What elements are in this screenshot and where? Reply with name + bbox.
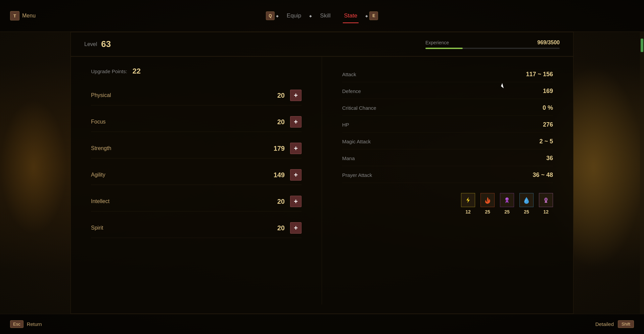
bottom-right: Detailed Shift — [595, 320, 634, 328]
return-label: Return — [27, 321, 42, 327]
side-scrollbar[interactable] — [640, 32, 644, 314]
stat-row-spirit: Spirit 20 + — [91, 218, 302, 238]
detailed-label: Detailed — [595, 321, 614, 327]
fire-icon — [480, 193, 495, 207]
bottom-left: Esc Return — [10, 320, 42, 328]
combat-stat-hp: HP 276 — [342, 117, 553, 133]
mana-value: 36 — [546, 155, 553, 162]
lightning-icon — [461, 193, 475, 207]
stats-right: Attack 117 ~ 156 Defence 169 Critical Ch… — [322, 57, 573, 304]
svg-point-7 — [545, 199, 546, 200]
panel-header: Level 63 Experience 969/3500 — [71, 32, 573, 56]
hp-value: 276 — [543, 121, 553, 128]
plus-btn-physical[interactable]: + — [290, 90, 302, 101]
upgrade-points: Upgrade Points: 22 — [91, 67, 302, 76]
element-fire: 25 — [480, 193, 495, 214]
stat-row-physical: Physical 20 + — [91, 86, 302, 105]
tab-state[interactable]: State — [337, 10, 364, 22]
combat-stat-defence: Defence 169 — [342, 84, 553, 99]
stat-value-focus: 20 — [265, 118, 285, 126]
svg-rect-5 — [545, 201, 547, 202]
plus-btn-focus[interactable]: + — [290, 116, 302, 128]
svg-rect-6 — [545, 202, 547, 203]
water-value: 25 — [524, 209, 529, 214]
combat-stat-prayer: Prayer Attack 36 ~ 48 — [342, 168, 553, 183]
bottom-bar: Esc Return Detailed Shift — [0, 314, 644, 334]
prayer-value: 36 ~ 48 — [533, 172, 553, 179]
stat-value-physical: 20 — [265, 92, 285, 99]
exp-value: 969/3500 — [537, 40, 560, 46]
defence-label: Defence — [342, 88, 543, 94]
stat-row-intellect: Intellect 20 + — [91, 192, 302, 211]
shift-key[interactable]: Shift — [618, 320, 634, 328]
stat-row-strength: Strength 179 + — [91, 139, 302, 158]
stat-name-focus: Focus — [91, 119, 265, 125]
plus-btn-strength[interactable]: + — [290, 143, 302, 154]
combat-stat-attack: Attack 117 ~ 156 — [342, 67, 553, 82]
upgrade-value: 22 — [133, 67, 141, 76]
svg-point-8 — [546, 199, 547, 200]
svg-point-2 — [506, 198, 507, 199]
esc-key[interactable]: Esc — [10, 320, 24, 328]
element-resistances: 12 25 — [342, 190, 553, 214]
level-value: 63 — [101, 39, 111, 49]
element-dark: 12 — [539, 193, 553, 214]
hp-label: HP — [342, 122, 543, 128]
navigation-tabs: Q ◆ Equip ◆ Skill State ◆ E — [266, 10, 378, 22]
stat-name-intellect: Intellect — [91, 198, 265, 204]
stats-left: Upgrade Points: 22 Physical 20 + Focus 2… — [71, 57, 322, 304]
defence-value: 169 — [543, 88, 553, 95]
element-water: 25 — [519, 193, 534, 214]
stat-value-intellect: 20 — [265, 198, 285, 205]
water-icon — [519, 193, 534, 207]
attack-label: Attack — [342, 71, 526, 77]
plus-btn-agility[interactable]: + — [290, 169, 302, 181]
tab-skill[interactable]: Skill — [313, 10, 337, 22]
stat-value-agility: 149 — [265, 171, 285, 179]
critical-value: 0 % — [543, 104, 553, 111]
experience-section: Experience 969/3500 — [425, 40, 560, 49]
exp-label: Experience — [425, 40, 449, 45]
top-navigation: T Menu Q ◆ Equip ◆ Skill State ◆ E — [0, 0, 644, 32]
poison-value: 25 — [504, 209, 510, 214]
diamond-icon-1: ◆ — [276, 14, 279, 18]
upgrade-label: Upgrade Points: — [91, 68, 127, 74]
magic-attack-label: Magic Attack — [342, 139, 539, 144]
lightning-value: 12 — [465, 209, 471, 214]
panel-content: Upgrade Points: 22 Physical 20 + Focus 2… — [71, 57, 573, 304]
poison-icon — [500, 193, 514, 207]
magic-attack-value: 2 ~ 5 — [539, 138, 553, 145]
main-panel: Level 63 Experience 969/3500 Upgrade Poi… — [71, 32, 573, 314]
stat-name-agility: Agility — [91, 172, 265, 178]
menu-key: T — [10, 11, 19, 20]
stat-name-spirit: Spirit — [91, 225, 265, 231]
dark-icon — [539, 193, 553, 207]
svg-marker-0 — [466, 197, 470, 203]
plus-btn-intellect[interactable]: + — [290, 196, 302, 207]
fire-value: 25 — [485, 209, 490, 214]
plus-btn-spirit[interactable]: + — [290, 222, 302, 234]
level-section: Level 63 — [84, 39, 111, 49]
tab-equip[interactable]: Equip — [280, 10, 308, 22]
prayer-label: Prayer Attack — [342, 172, 533, 178]
svg-point-3 — [507, 198, 508, 199]
combat-stat-magic-attack: Magic Attack 2 ~ 5 — [342, 134, 553, 149]
menu-button[interactable]: T Menu — [10, 11, 36, 20]
mana-label: Mana — [342, 155, 546, 161]
stat-row-focus: Focus 20 + — [91, 112, 302, 132]
diamond-icon-3: ◆ — [365, 14, 368, 18]
stat-name-physical: Physical — [91, 92, 265, 98]
combat-stat-mana: Mana 36 — [342, 151, 553, 166]
menu-label: Menu — [22, 13, 36, 19]
q-key[interactable]: Q — [266, 11, 275, 20]
combat-stat-critical: Critical Chance 0 % — [342, 100, 553, 116]
stat-value-spirit: 20 — [265, 224, 285, 232]
stat-value-strength: 179 — [265, 145, 285, 152]
exp-bar — [425, 48, 560, 49]
dark-value: 12 — [543, 209, 549, 214]
level-label: Level — [84, 41, 97, 47]
stat-row-agility: Agility 149 + — [91, 165, 302, 185]
attack-value: 117 ~ 156 — [526, 71, 553, 78]
e-key[interactable]: E — [369, 11, 378, 20]
diamond-icon-2: ◆ — [309, 14, 312, 18]
